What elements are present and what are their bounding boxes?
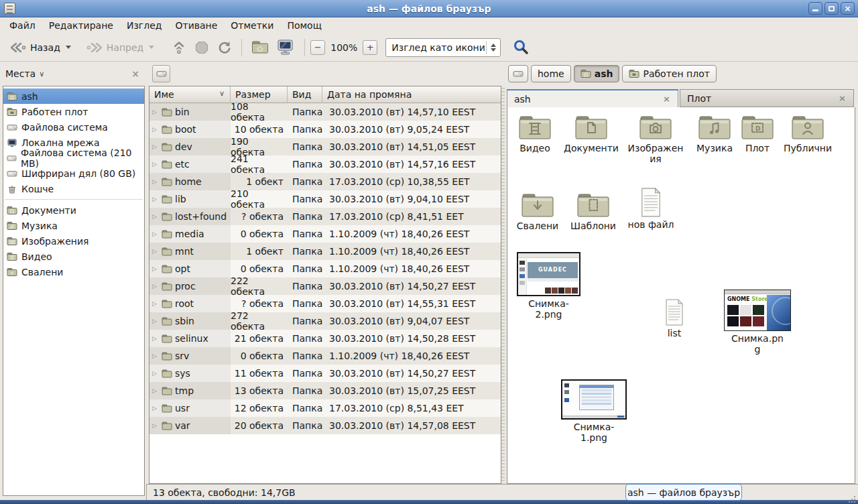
combo-spinner-icon[interactable] <box>487 44 500 52</box>
chevron-down-icon[interactable]: ∨ <box>39 70 44 78</box>
table-row-var[interactable]: ▷var20 обектаПапка30.03.2010 (вт) 14,57,… <box>149 417 501 434</box>
file-item-snimka[interactable]: GNOME Store Снимка.png <box>723 290 792 355</box>
table-row-etc[interactable]: ▷etc241 обектаПапка30.03.2010 (вт) 14,57… <box>149 155 501 173</box>
table-row-home[interactable]: ▷home1 обектПапка17.03.2010 (ср) 10,38,5… <box>149 173 501 190</box>
menu-bookmarks[interactable]: Отметки <box>224 18 280 33</box>
folder-item-downloads[interactable]: Свалени <box>510 192 565 231</box>
folder-item-public[interactable]: Публични <box>780 114 836 153</box>
tab-close-icon[interactable]: × <box>837 93 848 103</box>
table-row-boot[interactable]: ▷boot10 обектаПапка30.03.2010 (вт) 9,05,… <box>149 121 501 138</box>
home-button[interactable] <box>247 38 273 57</box>
computer-button[interactable] <box>273 37 299 58</box>
menu-go[interactable]: Отиване <box>168 18 224 33</box>
folder-item-pictures[interactable]: Изображения <box>625 114 686 164</box>
table-row-proc[interactable]: ▷proc222 обектаПапка30.03.2010 (вт) 14,5… <box>149 277 501 295</box>
sidebar-item-pictures[interactable]: Изображения <box>3 233 144 249</box>
table-row-sbin[interactable]: ▷sbin272 обектаПапка30.03.2010 (вт) 9,04… <box>149 312 501 330</box>
pane-splitter[interactable] <box>501 86 505 484</box>
stop-button[interactable] <box>190 38 213 58</box>
tab-ash[interactable]: ash × <box>507 89 678 107</box>
table-row-dev[interactable]: ▷dev190 обектаПапка30.03.2010 (вт) 14,51… <box>149 138 501 155</box>
expander-icon[interactable]: ▷ <box>152 283 159 290</box>
expander-icon[interactable]: ▷ <box>152 370 159 377</box>
menu-file[interactable]: Файл <box>3 18 42 33</box>
expander-icon[interactable]: ▷ <box>152 422 159 429</box>
column-header-type[interactable]: Вид <box>288 86 322 103</box>
search-button[interactable] <box>509 36 534 58</box>
expander-icon[interactable]: ▷ <box>152 143 159 150</box>
sidebar-item-ash[interactable]: ash <box>3 88 144 104</box>
folder-item-documents[interactable]: Документи <box>562 114 620 153</box>
file-item-snimka2[interactable]: GUADEC Снимка-2.png <box>515 252 582 320</box>
sidebar-item-videos[interactable]: Видео <box>3 249 144 264</box>
table-row-media[interactable]: ▷media0 обектаПапка1.10.2009 (чт) 18,40,… <box>149 225 501 243</box>
zoom-in-button[interactable]: + <box>363 40 377 55</box>
sidebar-item-filesystem[interactable]: Файлова система <box>3 119 144 135</box>
zoom-out-button[interactable]: − <box>310 40 325 55</box>
path-button-ash[interactable]: ash <box>574 65 620 82</box>
table-row-sys[interactable]: ▷sys11 обектаПапка30.03.2010 (вт) 14,50,… <box>149 365 501 382</box>
file-item-list[interactable]: list <box>651 299 698 338</box>
sidebar-item-music[interactable]: Музика <box>3 218 144 233</box>
expander-icon[interactable]: ▷ <box>152 405 159 412</box>
table-row-usr[interactable]: ▷usr12 обектаПапка17.03.2010 (ср) 8,51,4… <box>149 399 501 417</box>
menu-view[interactable]: Изглед <box>120 18 169 33</box>
file-item-snimka1[interactable]: Снимка-1.png <box>560 379 628 443</box>
filesystem-root-button[interactable] <box>152 65 170 82</box>
table-row-srv[interactable]: ▷srv0 обектаПапка1.10.2009 (чт) 18,40,26… <box>149 347 501 365</box>
sidebar-item-volume-210mb[interactable]: Файлова система (210 MB) <box>3 150 144 166</box>
table-row-bin[interactable]: ▷bin108 обектаПапка30.03.2010 (вт) 14,57… <box>149 103 501 121</box>
path-button-desktop[interactable]: Работен плот <box>622 65 716 82</box>
sidebar-item-documents[interactable]: Документи <box>3 202 144 218</box>
menu-edit[interactable]: Редактиране <box>42 18 120 33</box>
close-button[interactable]: × <box>841 2 855 15</box>
expander-icon[interactable]: ▷ <box>152 178 159 185</box>
file-item-new-file[interactable]: нов файл <box>623 188 679 230</box>
table-row-selinux[interactable]: ▷selinux21 обектаПапка30.03.2010 (вт) 14… <box>149 330 501 347</box>
expander-icon[interactable]: ▷ <box>152 213 159 220</box>
expander-icon[interactable]: ▷ <box>152 126 159 133</box>
maximize-button[interactable] <box>824 2 839 15</box>
expander-icon[interactable]: ▷ <box>152 196 159 202</box>
expander-icon[interactable]: ▷ <box>152 265 159 272</box>
menu-help[interactable]: Помощ <box>280 18 328 33</box>
forward-button[interactable]: Напред <box>82 38 158 57</box>
places-title[interactable]: Места <box>5 68 36 79</box>
tab-close-icon[interactable]: × <box>661 94 672 104</box>
sidebar-item-trash[interactable]: Кошче <box>3 181 144 196</box>
expander-icon[interactable]: ▷ <box>152 300 159 307</box>
expander-icon[interactable]: ▷ <box>152 161 159 168</box>
expander-icon[interactable]: ▷ <box>152 318 159 324</box>
folder-item-templates[interactable]: Шаблони <box>565 192 621 231</box>
folder-item-desktop[interactable]: D Плот <box>733 114 782 153</box>
resize-grip[interactable] <box>847 496 855 503</box>
sidebar-item-downloads[interactable]: Свалени <box>3 264 144 279</box>
folder-item-video[interactable]: Видео <box>507 114 562 153</box>
reload-button[interactable] <box>213 38 236 58</box>
column-header-name[interactable]: Име∨ <box>149 86 231 103</box>
expander-icon[interactable]: ▷ <box>152 387 159 394</box>
table-row-lib[interactable]: ▷lib210 обектаПапка30.03.2010 (вт) 9,04,… <box>149 190 501 208</box>
expander-icon[interactable]: ▷ <box>152 109 159 115</box>
expander-icon[interactable]: ▷ <box>152 353 159 359</box>
sidebar-item-desktop[interactable]: Работен плот <box>3 104 144 119</box>
expander-icon[interactable]: ▷ <box>152 231 159 237</box>
table-row-tmp[interactable]: ▷tmp13 обектаПапка30.03.2010 (вт) 15,07,… <box>149 382 501 399</box>
table-row-mnt[interactable]: ▷mnt1 обектПапка1.10.2009 (чт) 18,40,26 … <box>149 243 501 260</box>
back-button[interactable]: Назад <box>5 38 75 57</box>
view-mode-select[interactable]: Изглед като икони <box>385 38 501 57</box>
minimize-button[interactable] <box>808 2 822 15</box>
path-root-button[interactable] <box>508 65 528 82</box>
up-button[interactable] <box>168 38 190 58</box>
column-header-date[interactable]: Дата на промяна <box>322 86 501 103</box>
path-button-home[interactable]: home <box>531 65 571 82</box>
table-row-opt[interactable]: ▷opt0 обектаПапка1.10.2009 (чт) 18,40,26… <box>149 260 501 277</box>
table-row-lost-found[interactable]: ▷lost+found? обектаПапка17.03.2010 (ср) … <box>149 208 501 225</box>
expander-icon[interactable]: ▷ <box>152 248 159 255</box>
sidebar-close-button[interactable]: × <box>129 68 142 79</box>
back-history-dropdown-icon[interactable] <box>66 46 71 49</box>
tab-desktop[interactable]: Плот × <box>680 89 854 107</box>
sidebar-item-encrypted-80gb[interactable]: Шифриран дял (80 GB) <box>3 166 144 181</box>
table-row-root[interactable]: ▷root? обектаПапка30.03.2010 (вт) 14,55,… <box>149 295 501 312</box>
expander-icon[interactable]: ▷ <box>152 335 159 342</box>
